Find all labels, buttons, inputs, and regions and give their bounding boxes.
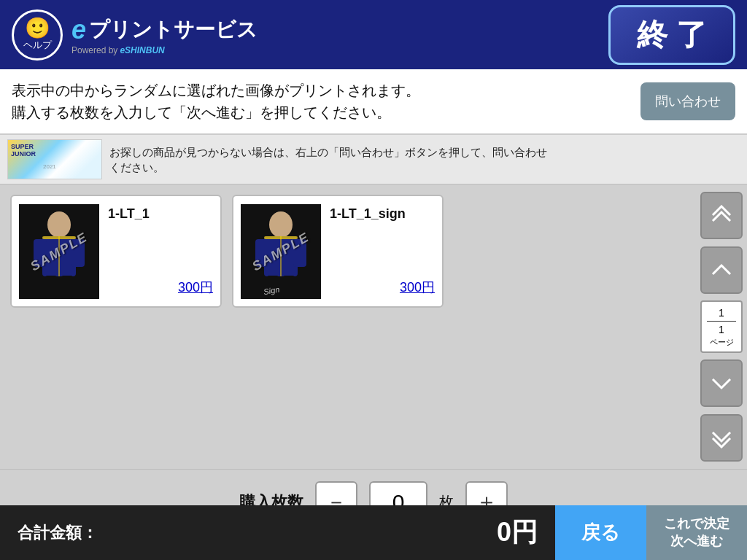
notice-line1: お探しの商品が見つからない場合は、右上の「問い合わせ」ボタンを押して、問い合わせ: [109, 144, 547, 160]
svg-text:2021: 2021: [43, 163, 56, 170]
svg-rect-7: [61, 276, 73, 298]
page-label: ページ: [705, 337, 738, 347]
product-card-1[interactable]: SAMPLE 1-LT_1 300円: [10, 195, 222, 308]
help-label: ヘルプ: [23, 39, 52, 52]
footer-bar: 合計金額： 0円 戻る これで決定 次へ進む: [0, 505, 747, 560]
inquiry-button[interactable]: 問い合わせ: [640, 82, 735, 120]
product-price-1: 300円: [108, 279, 213, 296]
scroll-down-button[interactable]: [700, 359, 743, 407]
notice-thumbnail: SUPERJUNIOR 2021: [7, 139, 102, 179]
products-grid: SAMPLE 1-LT_1 300円: [0, 184, 696, 469]
product-silhouette-1: [19, 204, 99, 299]
double-down-icon: [710, 427, 733, 448]
total-label: 合計金額：: [18, 522, 98, 544]
product-info-2: 1-LT_1_sign 300円: [330, 203, 435, 299]
next-line1: これで決定: [664, 516, 729, 532]
product-name-1: 1-LT_1: [108, 206, 213, 222]
instruction-text: 表示中の中からランダムに選ばれた画像がプリントされます。 購入する枚数を入力して…: [12, 79, 420, 123]
notice-thumb-decoration: 2021: [42, 154, 100, 176]
notice-message: お探しの商品が見つからない場合は、右上の「問い合わせ」ボタンを押して、問い合わせ…: [109, 144, 547, 175]
powered-by-text: Powered by: [71, 45, 117, 55]
product-svg-1: [19, 204, 99, 299]
svg-rect-4: [34, 239, 47, 267]
notice-bar: SUPERJUNIOR 2021 お探しの商品が見つからない場合は、右上の「問い…: [0, 135, 747, 184]
scroll-controls: 1 1 ページ: [696, 184, 747, 469]
svg-rect-14: [293, 239, 306, 267]
product-img-inner-2: Sign SAMPLE: [241, 204, 321, 299]
page-divider: [707, 321, 736, 322]
header: 🙂 ヘルプ e プリントサービス Powered by eSHINBUN 終 了: [0, 0, 747, 69]
svg-point-11: [269, 211, 293, 238]
main-area: SAMPLE 1-LT_1 300円: [0, 184, 747, 469]
logo-powered: Powered by eSHINBUN: [71, 45, 258, 55]
double-up-icon: [710, 205, 733, 227]
svg-rect-6: [45, 276, 57, 298]
header-left: 🙂 ヘルプ e プリントサービス Powered by eSHINBUN: [12, 9, 258, 61]
product-card-2[interactable]: Sign SAMPLE 1-LT_1_sign 300円: [232, 195, 444, 308]
product-image-2: Sign SAMPLE: [241, 204, 321, 299]
logo-top: e プリントサービス: [71, 15, 258, 45]
total-pages: 1: [705, 323, 738, 336]
down-icon: [710, 375, 733, 392]
back-button[interactable]: 戻る: [555, 505, 646, 560]
product-info-1: 1-LT_1 300円: [108, 203, 213, 299]
next-button[interactable]: これで決定 次へ進む: [646, 505, 747, 560]
page-indicator: 1 1 ページ: [700, 300, 743, 353]
product-silhouette-2: Sign: [241, 204, 321, 299]
product-price-2: 300円: [330, 279, 435, 296]
product-svg-2: Sign: [241, 204, 321, 299]
current-page: 1: [705, 306, 738, 319]
next-line2: 次へ進む: [670, 533, 723, 550]
end-button[interactable]: 終 了: [608, 5, 735, 65]
instruction-line2: 購入する枚数を入力して「次へ進む」を押してください。: [12, 101, 420, 123]
total-amount: 0円: [497, 515, 538, 551]
product-image-1: SAMPLE: [19, 204, 99, 299]
product-name-2: 1-LT_1_sign: [330, 206, 435, 222]
footer-buttons: 戻る これで決定 次へ進む: [555, 505, 747, 560]
instruction-bar: 表示中の中からランダムに選ばれた画像がプリントされます。 購入する枚数を入力して…: [0, 69, 747, 135]
notice-line2: ください。: [109, 160, 547, 175]
total-area: 合計金額： 0円: [0, 505, 555, 560]
product-img-inner-1: SAMPLE: [19, 204, 99, 299]
scroll-up-button[interactable]: [700, 246, 743, 294]
up-icon: [710, 261, 733, 279]
scroll-top-button[interactable]: [700, 192, 743, 239]
help-icon: 🙂: [25, 18, 50, 39]
svg-rect-5: [71, 239, 85, 267]
notice-thumb-logo: SUPERJUNIOR: [11, 143, 36, 158]
scroll-bottom-button[interactable]: [700, 414, 743, 462]
svg-rect-13: [255, 239, 268, 267]
instruction-line1: 表示中の中からランダムに選ばれた画像がプリントされます。: [12, 79, 420, 101]
svg-rect-16: [283, 276, 295, 298]
logo-e: e: [71, 15, 86, 45]
help-button[interactable]: 🙂 ヘルプ: [12, 9, 63, 61]
eshinbun-text: eSHINBUN: [120, 45, 164, 55]
logo: e プリントサービス Powered by eSHINBUN: [71, 15, 258, 55]
svg-point-2: [47, 211, 71, 238]
logo-text: プリントサービス: [89, 16, 258, 44]
